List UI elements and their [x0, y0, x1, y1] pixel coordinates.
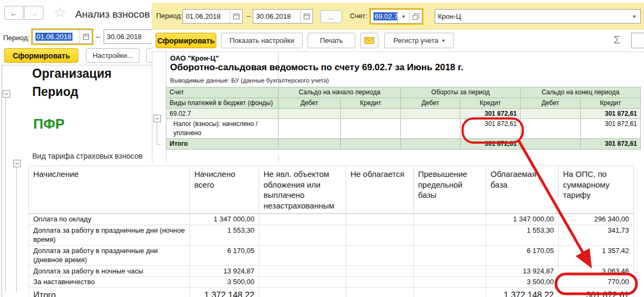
- group-expander-icon[interactable]: [3, 90, 10, 98]
- cell-value[interactable]: 1 553,30: [486, 225, 559, 245]
- cell-value[interactable]: 13 924,87: [190, 265, 259, 277]
- cell-value[interactable]: [259, 287, 346, 297]
- cell-value[interactable]: [259, 245, 346, 265]
- cell-value[interactable]: [279, 138, 341, 149]
- col-account[interactable]: Счет: [166, 87, 279, 98]
- cell-value[interactable]: [414, 277, 486, 288]
- cell-value[interactable]: [341, 138, 401, 149]
- report-org[interactable]: ОАО "Крон-Ц": [170, 54, 219, 62]
- accrual-column-header[interactable]: Превышение предельной базы: [414, 166, 486, 214]
- cell-value[interactable]: [414, 265, 486, 277]
- settings-button[interactable]: Настройки...: [86, 48, 140, 63]
- cell-value[interactable]: [346, 265, 414, 277]
- tariff-kind-label[interactable]: Вид тарифа страховых взносов: [32, 152, 143, 160]
- cell-value[interactable]: [279, 119, 341, 139]
- generate-button[interactable]: Сформировать: [4, 48, 78, 63]
- cell-value[interactable]: 1 372 148,22: [190, 287, 259, 297]
- cell-value[interactable]: 301 872,61: [460, 138, 521, 149]
- group-title-organization[interactable]: Организация: [32, 66, 112, 81]
- cell-value[interactable]: [521, 138, 581, 149]
- cell-value[interactable]: 6 170,05: [486, 245, 559, 265]
- sum-sigma-icon[interactable]: Σ: [613, 33, 620, 46]
- cell-value[interactable]: [279, 108, 341, 119]
- group-expander-icon[interactable]: [13, 160, 21, 167]
- row-label[interactable]: Итого: [29, 287, 190, 297]
- report-title[interactable]: Оборотно-сальдовая ведомость по счету 69…: [170, 62, 463, 73]
- cell-value[interactable]: [346, 277, 414, 288]
- accrual-column-header[interactable]: Облагаемая база: [486, 166, 559, 214]
- row-label[interactable]: Налог (взносы): начислено / уплачено: [166, 119, 279, 139]
- row-label[interactable]: Доплата за работу в праздничные дни (дне…: [29, 245, 190, 265]
- cell-value[interactable]: [346, 214, 414, 225]
- col-credit[interactable]: Кредит: [581, 98, 641, 108]
- calendar-icon[interactable]: [79, 30, 92, 43]
- row-expander-icon[interactable]: [153, 115, 161, 122]
- cell-value[interactable]: 301 872,61: [460, 108, 521, 119]
- cell-value[interactable]: 301 872,61: [559, 287, 634, 297]
- cell-value[interactable]: [346, 245, 414, 265]
- cell-value[interactable]: [259, 277, 346, 288]
- accrual-column-header[interactable]: На ОПС, по суммарному тарифу: [559, 166, 634, 214]
- row-label[interactable]: Итого: [166, 138, 279, 149]
- cell-value[interactable]: [414, 245, 486, 265]
- osv-period-to-input[interactable]: 30.06.2018: [253, 9, 313, 24]
- cell-value[interactable]: 13 924,87: [486, 265, 559, 277]
- cell-value[interactable]: [259, 265, 346, 277]
- osv-period-from-input[interactable]: 01.06.2018: [182, 9, 243, 24]
- col-debit[interactable]: Дебет: [279, 98, 341, 108]
- cell-value[interactable]: [401, 119, 460, 139]
- cell-value[interactable]: [521, 119, 581, 139]
- more-options-button[interactable]: ...: [320, 10, 342, 23]
- period-to-input[interactable]: 30.06.2018: [104, 29, 155, 44]
- cell-value[interactable]: 3 500,00: [486, 277, 559, 288]
- col-debit[interactable]: Дебет: [401, 98, 460, 108]
- cell-value[interactable]: 770,00: [559, 277, 634, 288]
- cell-value[interactable]: 1 347 000,00: [486, 214, 559, 225]
- cell-value[interactable]: 6 170,05: [190, 245, 259, 265]
- report-data-note[interactable]: Выводимые данные: БУ (данные бухгалтерск…: [170, 77, 329, 84]
- col-closing-balance[interactable]: Сальдо на конец периода: [521, 87, 641, 98]
- col-payment-kinds[interactable]: Виды платежей в бюджет (фонды): [166, 98, 279, 108]
- cell-value[interactable]: [341, 119, 401, 139]
- col-turnover[interactable]: Обороты за период: [401, 87, 521, 98]
- cell-value[interactable]: 341,73: [559, 225, 634, 245]
- cell-value[interactable]: 1 553,30: [190, 225, 259, 245]
- col-credit[interactable]: Кредит: [341, 98, 401, 108]
- calendar-icon[interactable]: [230, 10, 242, 23]
- fund-title-pfr[interactable]: ПФР: [33, 116, 64, 132]
- col-debit[interactable]: Дебет: [521, 98, 581, 108]
- cell-value[interactable]: 1 372 148,22: [486, 287, 559, 297]
- row-label[interactable]: Доплата за работу в праздничные дни (ноч…: [29, 225, 190, 245]
- calendar-icon[interactable]: [300, 10, 312, 23]
- cell-value[interactable]: [401, 108, 460, 119]
- show-settings-button[interactable]: Показать настройки: [221, 33, 303, 48]
- period-from-input[interactable]: 01.06.2018: [32, 29, 92, 44]
- chevron-down-icon[interactable]: ▾: [628, 10, 640, 23]
- cell-value[interactable]: [414, 225, 486, 245]
- row-label[interactable]: 69.02.7: [166, 108, 279, 119]
- cell-value[interactable]: 301 872,61: [460, 119, 521, 139]
- email-button[interactable]: [360, 33, 378, 48]
- cell-value[interactable]: [346, 225, 414, 245]
- group-title-period[interactable]: Период: [32, 85, 78, 99]
- cell-value[interactable]: 1 347 000,00: [190, 214, 259, 225]
- cell-value[interactable]: [401, 138, 460, 149]
- cell-value[interactable]: [346, 287, 414, 297]
- cell-value[interactable]: 3 063,46: [559, 265, 634, 277]
- register-menu-button[interactable]: Регистр учета ▾: [384, 33, 454, 48]
- accrual-column-header[interactable]: Не облагается: [346, 166, 414, 214]
- sum-field-partial[interactable]: [631, 33, 644, 48]
- col-opening-balance[interactable]: Сальдо на начало периода: [279, 87, 401, 98]
- accrual-column-header[interactable]: Не явл. объектом обложения или выплачено…: [259, 166, 346, 214]
- col-credit[interactable]: Кредит: [460, 98, 521, 108]
- generate-button[interactable]: Сформировать: [156, 33, 216, 48]
- cell-value[interactable]: [341, 108, 401, 119]
- account-combo[interactable]: 69.02.7 ▾: [370, 9, 422, 24]
- cell-value[interactable]: 301 872,61: [581, 108, 641, 119]
- cell-value[interactable]: [259, 214, 346, 225]
- chevron-down-icon[interactable]: ▾: [397, 10, 409, 23]
- row-label[interactable]: Оплата по окладу: [29, 214, 190, 225]
- cell-value[interactable]: [414, 287, 486, 297]
- print-button[interactable]: Печать: [308, 33, 355, 48]
- cell-value[interactable]: [259, 225, 346, 245]
